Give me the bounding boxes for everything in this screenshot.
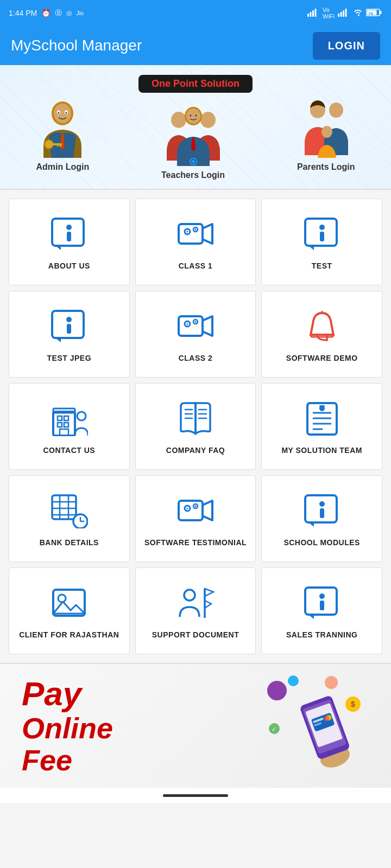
grid-item-software-testimonial[interactable]: SOFTWARE TESTIMONIAL — [135, 475, 256, 562]
grid-label-contact-us: CONTACT US — [43, 445, 95, 455]
svg-point-100 — [325, 676, 338, 689]
svg-rect-1 — [310, 12, 312, 17]
info-chat-icon — [300, 215, 344, 253]
app-header: MySchool Manager LOGIN — [0, 26, 391, 65]
image-icon — [47, 584, 91, 622]
svg-point-98 — [267, 681, 287, 700]
svg-point-34 — [66, 225, 72, 230]
svg-rect-54 — [58, 416, 62, 420]
navigation-bar — [0, 788, 391, 803]
svg-rect-55 — [58, 423, 62, 427]
grid-item-bank-details[interactable]: BANK DETAILS — [9, 475, 130, 562]
grid-item-sales-tranning[interactable]: SALES TRANNING — [261, 567, 382, 654]
svg-rect-91 — [53, 590, 85, 616]
svg-point-42 — [319, 225, 325, 230]
svg-rect-4 — [338, 14, 339, 17]
pay-text: Pay Online Fee — [22, 675, 113, 777]
svg-rect-56 — [64, 416, 68, 420]
wifi-b-icon: ◎ — [66, 9, 72, 17]
grid-item-class-1[interactable]: CLASS 1 — [135, 199, 256, 285]
svg-rect-3 — [315, 9, 317, 17]
grid-item-test[interactable]: TEST — [261, 199, 382, 285]
grid-item-support-document[interactable]: SUPPORT DOCUMENT — [135, 567, 256, 654]
svg-rect-15 — [60, 143, 61, 147]
login-button[interactable]: LOGIN — [313, 32, 380, 60]
svg-rect-6 — [343, 10, 344, 17]
bell-icon — [300, 308, 344, 346]
jio-icon: Jio — [76, 10, 84, 16]
parents-figure-icon — [300, 98, 352, 158]
svg-rect-35 — [67, 232, 71, 241]
vo-wifi-label: VoWiFi — [323, 7, 335, 20]
info-chat-icon — [300, 492, 344, 530]
svg-point-32 — [321, 126, 332, 138]
svg-rect-16 — [57, 143, 59, 146]
parents-login-section[interactable]: Parents Login — [297, 98, 355, 172]
time-display: 1:44 PM — [9, 9, 37, 17]
admin-login-section[interactable]: Admin Login — [36, 98, 89, 172]
svg-rect-9 — [380, 11, 382, 14]
svg-point-23 — [200, 112, 216, 128]
svg-point-38 — [186, 231, 188, 233]
parents-label: Parents Login — [297, 162, 355, 172]
status-bar: 1:44 PM ⏰ Ⓑ ◎ Jio VoWiFi — [0, 0, 391, 26]
svg-point-20 — [58, 112, 60, 114]
grid-item-about-us[interactable]: ABOUT US — [9, 199, 130, 285]
menu-grid: ABOUT US CLASS 1 TEST TEST JPEG CLASS 2 … — [0, 190, 391, 663]
bottom-banner: Pay Online Fee — [0, 663, 391, 788]
home-indicator — [163, 794, 228, 797]
grid-label-test: TEST — [312, 261, 332, 271]
svg-point-89 — [319, 501, 325, 507]
grid-label-class-1: CLASS 1 — [179, 261, 213, 271]
grid-label-about-us: ABOUT US — [48, 261, 90, 271]
grid-item-test-jpeg[interactable]: TEST JPEG — [9, 291, 130, 378]
alarm-icon: ⏰ — [41, 9, 51, 17]
svg-point-87 — [194, 506, 196, 507]
info-chat-icon — [300, 584, 344, 622]
grid-item-company-faq[interactable]: COMPANY FAQ — [135, 383, 256, 470]
svg-rect-47 — [179, 316, 203, 336]
banner-content: One Point Solution — [0, 65, 391, 189]
grid-label-school-modules: SCHOOL MODULES — [283, 538, 360, 547]
admin-figure-icon — [38, 98, 87, 158]
svg-rect-97 — [320, 601, 324, 610]
svg-rect-46 — [67, 324, 71, 334]
svg-point-92 — [58, 595, 66, 602]
grid-item-contact-us[interactable]: CONTACT US — [9, 383, 130, 470]
svg-rect-2 — [312, 10, 314, 17]
svg-point-27 — [195, 115, 197, 117]
svg-point-99 — [288, 675, 299, 686]
status-left: 1:44 PM ⏰ Ⓑ ◎ Jio — [9, 8, 84, 18]
svg-point-45 — [66, 317, 72, 322]
svg-point-40 — [194, 229, 196, 231]
svg-rect-90 — [320, 508, 324, 518]
grid-label-company-faq: COMPANY FAQ — [166, 445, 225, 455]
info-chat-icon — [47, 308, 91, 346]
svg-point-21 — [66, 112, 67, 114]
video-camera-icon — [174, 492, 217, 530]
grid-label-bank-details: BANK DETAILS — [40, 538, 99, 547]
signal-icon — [307, 8, 319, 18]
grid-item-class-2[interactable]: CLASS 2 — [135, 291, 256, 378]
svg-rect-73 — [319, 405, 325, 407]
teachers-login-section[interactable]: Teachers Login — [161, 101, 225, 180]
wifi-icon — [353, 8, 363, 18]
svg-rect-0 — [307, 14, 309, 17]
phone-payment-illustration: $ ✓ — [261, 674, 369, 777]
grid-label-software-demo: SOFTWARE DEMO — [286, 353, 358, 363]
grid-label-my-solution-team: MY SOLUTION TEAM — [281, 445, 362, 455]
svg-text:79: 79 — [368, 11, 373, 16]
svg-rect-7 — [345, 9, 347, 17]
admin-label: Admin Login — [36, 162, 89, 172]
teachers-label: Teachers Login — [161, 170, 225, 180]
building-person-icon — [47, 400, 91, 438]
app-title: MySchool Manager — [11, 37, 142, 54]
grid-item-client-rajasthan[interactable]: CLIENT FOR RAJASTHAN — [9, 567, 130, 654]
grid-item-software-demo[interactable]: SOFTWARE DEMO — [261, 291, 382, 378]
svg-rect-83 — [179, 501, 203, 520]
signal2-icon — [338, 8, 350, 18]
grid-item-school-modules[interactable]: SCHOOL MODULES — [261, 475, 382, 562]
grid-item-my-solution-team[interactable]: MY SOLUTION TEAM — [261, 383, 382, 470]
pay-line1: Pay — [22, 675, 113, 712]
info-chat-icon — [47, 215, 91, 253]
